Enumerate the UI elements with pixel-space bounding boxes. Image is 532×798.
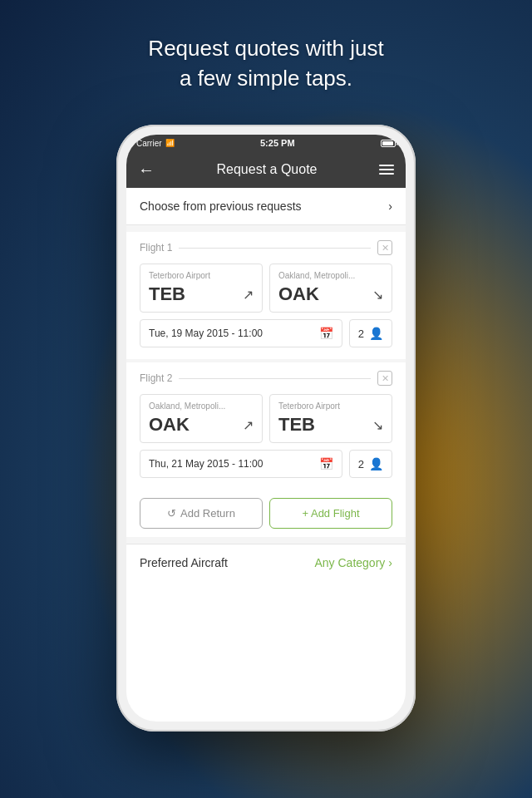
nav-title: Request a Quote (217, 162, 318, 177)
flight2-pax-count: 2 (358, 458, 364, 470)
nav-bar: ← Request a Quote (126, 151, 406, 188)
flight2-calendar-icon: 📅 (319, 457, 333, 470)
flight2-to-name: Teterboro Airport (278, 401, 383, 411)
flight1-to-airport[interactable]: Oakland, Metropoli... OAK ↘ (269, 264, 392, 313)
flight1-arrive-arrow-icon: ↘ (372, 287, 383, 303)
phone-screen: Carrier 📶 5:25 PM ← Request a Quote Choo… (126, 135, 406, 722)
flight2-to-code: TEB (278, 414, 315, 436)
add-return-label: Add Return (180, 507, 235, 520)
add-flight-label: + Add Flight (302, 507, 359, 520)
flight1-pax-count: 2 (358, 328, 364, 340)
flight1-to-code: OAK (278, 283, 319, 305)
flight1-section: Flight 1 ✕ Teterboro Airport TEB ↗ Oakla… (126, 232, 406, 359)
flight2-airport-row: Oakland, Metropoli... OAK ↗ Teterboro Ai… (140, 394, 392, 443)
flight1-from-name: Teterboro Airport (149, 271, 254, 280)
flight1-header: Flight 1 ✕ (140, 240, 392, 255)
page-tagline: Request quotes with just a few simple ta… (0, 33, 532, 94)
flight2-from-code: OAK (149, 414, 190, 436)
flight1-date-text: Tue, 19 May 2015 - 11:00 (149, 328, 263, 339)
flight1-from-code-row: TEB ↗ (149, 283, 254, 305)
flight1-airport-row: Teterboro Airport TEB ↗ Oakland, Metropo… (140, 264, 392, 313)
flight2-header: Flight 2 ✕ (140, 371, 392, 386)
screen-content: Choose from previous requests › Flight 1… (126, 188, 406, 581)
flight2-from-code-row: OAK ↗ (149, 414, 254, 436)
battery-area (381, 140, 396, 147)
flight1-date-picker[interactable]: Tue, 19 May 2015 - 11:00 📅 (140, 319, 342, 347)
preferred-aircraft-label: Preferred Aircraft (140, 556, 228, 569)
flight1-to-name: Oakland, Metropoli... (278, 271, 383, 280)
add-flight-button[interactable]: + Add Flight (269, 498, 392, 529)
carrier-label: Carrier 📶 (136, 139, 175, 148)
flight1-divider (179, 248, 371, 249)
flight2-from-airport[interactable]: Oakland, Metropoli... OAK ↗ (140, 394, 263, 443)
flight2-depart-arrow-icon: ↗ (243, 417, 254, 433)
return-icon: ↺ (167, 507, 176, 520)
status-bar: Carrier 📶 5:25 PM (126, 135, 406, 151)
flight2-person-icon: 👤 (369, 457, 383, 470)
preferred-aircraft-chevron: › (388, 556, 392, 569)
wifi-icon: 📶 (165, 139, 175, 147)
flight2-date-picker[interactable]: Thu, 21 May 2015 - 11:00 📅 (140, 450, 342, 478)
flight2-label: Flight 2 (140, 372, 172, 384)
flight1-from-airport[interactable]: Teterboro Airport TEB ↗ (140, 264, 263, 313)
flight1-person-icon: 👤 (369, 327, 383, 340)
status-time: 5:25 PM (260, 138, 295, 148)
phone-frame: Carrier 📶 5:25 PM ← Request a Quote Choo… (116, 125, 416, 732)
flight1-label: Flight 1 (140, 242, 172, 254)
flight2-close-button[interactable]: ✕ (377, 371, 392, 386)
flight2-divider (179, 378, 371, 379)
flight2-pax-picker[interactable]: 2 👤 (349, 450, 392, 478)
flight2-section: Flight 2 ✕ Oakland, Metropoli... OAK ↗ T… (126, 362, 406, 490)
flight1-from-code: TEB (149, 283, 185, 305)
prev-requests-label: Choose from previous requests (140, 200, 302, 213)
action-buttons: ↺ Add Return + Add Flight (126, 490, 406, 537)
flight2-date-row: Thu, 21 May 2015 - 11:00 📅 2 👤 (140, 450, 392, 478)
back-button[interactable]: ← (138, 160, 155, 180)
flight2-date-text: Thu, 21 May 2015 - 11:00 (149, 458, 263, 470)
flight1-pax-picker[interactable]: 2 👤 (349, 319, 392, 347)
flight2-to-airport[interactable]: Teterboro Airport TEB ↘ (269, 394, 392, 443)
add-return-button[interactable]: ↺ Add Return (140, 498, 263, 529)
flight2-to-code-row: TEB ↘ (278, 414, 383, 436)
flight1-depart-arrow-icon: ↗ (243, 287, 254, 303)
menu-button[interactable] (379, 165, 394, 175)
flight2-arrive-arrow-icon: ↘ (372, 417, 383, 433)
flight1-close-button[interactable]: ✕ (377, 240, 392, 255)
prev-requests-row[interactable]: Choose from previous requests › (126, 188, 406, 225)
flight2-from-name: Oakland, Metropoli... (149, 401, 254, 411)
flight1-date-row: Tue, 19 May 2015 - 11:00 📅 2 👤 (140, 319, 392, 347)
preferred-aircraft-value: Any Category › (315, 556, 393, 569)
battery-icon (381, 140, 396, 147)
prev-requests-chevron: › (388, 200, 392, 213)
flight1-to-code-row: OAK ↘ (278, 283, 383, 305)
flight1-calendar-icon: 📅 (319, 327, 333, 340)
preferred-aircraft-row[interactable]: Preferred Aircraft Any Category › (126, 544, 406, 581)
